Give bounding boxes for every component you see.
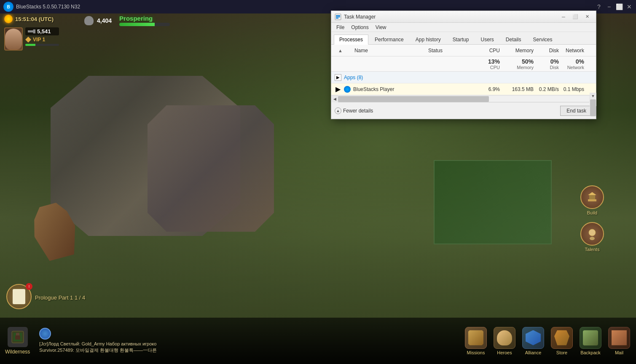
col-network-header[interactable]: Network (559, 48, 593, 54)
cpu-percentage: 13% (470, 58, 500, 65)
heroes-label: Heroes (497, 350, 512, 355)
task-manager-content: ▲ Name Status CPU Memory Disk Network 13… (331, 45, 596, 102)
backpack-button[interactable]: Backpack (577, 325, 604, 357)
player-avatar[interactable] (4, 27, 23, 51)
network-label: Network (559, 65, 584, 70)
talents-icon (580, 222, 604, 246)
svg-rect-7 (15, 335, 20, 340)
tab-performance[interactable]: Performance (369, 35, 409, 44)
talents-button[interactable]: Talents (580, 222, 604, 252)
time-display: 15:51:04 (UTC) (4, 15, 54, 23)
svg-rect-11 (336, 16, 340, 17)
window-close-button[interactable]: ✕ (582, 13, 593, 21)
build-icon (580, 185, 604, 209)
tab-startup[interactable]: Startup (447, 35, 475, 44)
memory-metric: 50% Memory (500, 58, 534, 70)
talents-label: Talents (585, 247, 600, 252)
quest-icon[interactable]: ! (6, 284, 32, 309)
tab-users[interactable]: Users (475, 35, 499, 44)
disk-label: Disk (534, 65, 559, 70)
titlebar-help-button[interactable]: ? (596, 3, 602, 10)
titlebar-controls: ? − ⬜ ✕ (596, 3, 633, 10)
titlebar-minimize-button[interactable]: − (606, 3, 612, 10)
chevron-up-icon: ▲ (335, 107, 341, 114)
heroes-icon (494, 327, 515, 349)
quest-badge: ! (26, 283, 32, 290)
col-disk-header[interactable]: Disk (534, 48, 559, 54)
player-resource-count: 5,541 (37, 28, 51, 35)
quest-panel[interactable]: ! Prologue Part 1 1 / 4 (6, 284, 85, 309)
wilderness-button[interactable]: Wilderness (0, 324, 35, 358)
window-restore-button[interactable]: ⬜ (570, 13, 581, 21)
cpu-label: CPU (470, 65, 500, 70)
store-label: Store (556, 350, 567, 355)
tab-services[interactable]: Services (528, 35, 558, 44)
store-icon (551, 327, 573, 349)
svg-marker-2 (588, 192, 596, 195)
chat-input-row (39, 328, 458, 340)
horizontal-scrollbar[interactable]: ◀ ▶ (331, 95, 596, 102)
player-resource-display: 5,541 (25, 27, 59, 35)
menu-options[interactable]: Options (348, 24, 372, 31)
xp-bar-fill (25, 44, 35, 46)
task-manager-icon (335, 13, 341, 20)
store-button[interactable]: Store (548, 325, 575, 357)
sun-icon (4, 15, 13, 23)
status-text: Prospering (119, 15, 170, 22)
cpu-metric: 13% CPU (470, 58, 500, 70)
mail-icon-shape (612, 330, 627, 345)
end-task-button[interactable]: End task (560, 106, 593, 116)
wilderness-label: Wilderness (5, 349, 30, 355)
skull-icon (84, 16, 94, 25)
bluestacks-process-icon (344, 86, 351, 93)
metrics-row: 13% CPU 50% Memory 0% Disk 0% Network (331, 56, 596, 72)
scroll-track[interactable] (338, 96, 589, 102)
col-name-header[interactable]: Name (346, 48, 428, 54)
tab-details[interactable]: Details (500, 35, 527, 44)
task-manager-bottombar: ▲ Fewer details End task (331, 102, 596, 119)
scroll-down-button[interactable]: ▼ (590, 93, 596, 99)
mail-icon (608, 327, 630, 349)
scroll-left-button[interactable]: ◀ (331, 96, 338, 102)
svg-rect-8 (16, 333, 19, 335)
globe-icon[interactable] (39, 328, 51, 340)
titlebar-restore-button[interactable]: ⬜ (616, 3, 623, 10)
memory-label: Memory (500, 65, 534, 70)
svg-rect-1 (589, 195, 595, 199)
scroll-thumb-vertical[interactable] (590, 99, 596, 116)
col-status-header[interactable]: Status (428, 48, 470, 54)
quest-document-icon (13, 289, 25, 304)
menu-file[interactable]: File (333, 24, 348, 31)
apps-group-row: ▶ Apps (8) (331, 72, 596, 83)
missions-button[interactable]: Missions (462, 325, 489, 357)
fewer-details-button[interactable]: ▲ Fewer details (335, 107, 373, 114)
build-button[interactable]: Build (580, 185, 604, 215)
tab-processes[interactable]: Processes (334, 35, 368, 45)
process-network: 0.1 Mbps (559, 86, 593, 92)
bottom-hud: Wilderness [Jcr]Лорд Светлый: Gold_Army … (0, 318, 636, 364)
player-profile: 5,541 VIP 1 (4, 27, 59, 51)
titlebar-close-button[interactable]: ✕ (626, 3, 633, 10)
bluestacks-title: BlueStacks 5.0.50.7130 N32 (16, 4, 596, 10)
window-minimize-button[interactable]: ─ (558, 13, 569, 21)
tab-app-history[interactable]: App history (410, 35, 446, 44)
col-memory-header[interactable]: Memory (500, 48, 534, 54)
scroll-thumb[interactable] (338, 96, 489, 102)
disk-metric: 0% Disk (534, 58, 559, 70)
sort-arrow[interactable]: ▲ (335, 48, 346, 53)
task-manager-menubar: File Options View (331, 23, 596, 32)
mail-button[interactable]: Mail (606, 325, 633, 357)
process-expand-button[interactable]: ▶ (335, 86, 341, 93)
alliance-button[interactable]: Alliance (520, 325, 547, 357)
xp-bar (25, 44, 59, 46)
bluestacks-process-row[interactable]: ▶ BlueStacks Player 6.9% 163.5 MB 0.2 MB… (331, 83, 596, 95)
col-cpu-header[interactable]: CPU (470, 48, 500, 54)
chat-message-2: Survivor.257489: 모바일결제 환불대행 환불특——一다른 (39, 347, 458, 353)
process-cpu: 6.9% (470, 86, 500, 92)
apps-expand-button[interactable]: ▶ (335, 74, 341, 81)
menu-view[interactable]: View (372, 24, 390, 31)
bluestacks-logo: B (3, 2, 13, 12)
heroes-button[interactable]: Heroes (491, 325, 518, 357)
mail-label: Mail (615, 350, 623, 355)
bottom-actions: Missions Heroes Alliance Store Backpack (462, 325, 636, 357)
